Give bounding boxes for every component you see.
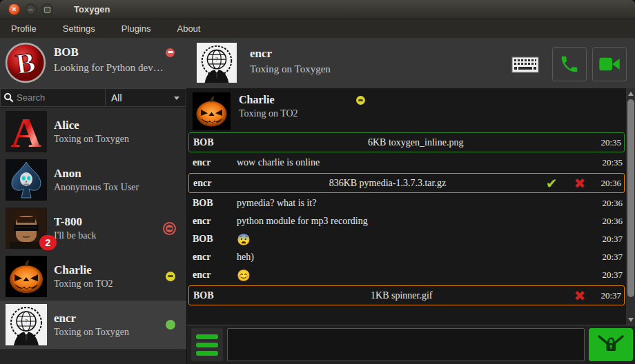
status-busy-icon (166, 225, 173, 232)
banner-avatar (193, 92, 231, 130)
contact-name: Alice (54, 119, 186, 132)
status-away-icon (166, 272, 175, 281)
file-transfer-row[interactable]: BOB6KB toxygen_inline.png20:35 (188, 132, 625, 152)
self-name: BOB (54, 46, 79, 59)
contact-row-encr[interactable]: ?encrToxing on Toxygen (0, 301, 186, 349)
message-row: encrheh)20:37 (187, 248, 626, 266)
message-time: 20:35 (602, 157, 623, 168)
contact-status-message: Toxing on Toxygen (54, 327, 166, 338)
menu-item-about[interactable]: About (168, 21, 208, 37)
peer-profile: encr Toxing on Toxygen (250, 47, 331, 75)
file-name: 6KB toxygen_inline.png (237, 137, 594, 148)
video-camera-icon (598, 54, 621, 74)
message-row: encr😊20:37 (187, 266, 626, 284)
message-row: BOB😨20:37 (187, 230, 626, 248)
window-title: Toxygen (74, 4, 110, 14)
message-text: heh) (237, 252, 595, 263)
menu-item-profile[interactable]: Profile (3, 21, 45, 37)
contact-row-anon[interactable]: AnonAnonymous Tox User (0, 156, 186, 204)
search-icon (3, 92, 14, 103)
menu-bar: ProfileSettingsPluginsAbout (0, 19, 635, 38)
phone-icon (559, 54, 580, 74)
banner-name: Charlie (239, 94, 275, 106)
decline-file-button[interactable]: ✖ (574, 289, 586, 303)
message-text: wow charlie is online (237, 157, 595, 168)
attachments-menu-button[interactable] (191, 328, 223, 361)
message-row: encrpython module for mp3 recording20:36 (187, 212, 626, 230)
chat-panel: Charlie Toxing on TO2 BOB6KB toxygen_inl… (187, 88, 635, 364)
maximize-window-button[interactable]: ▢ (41, 3, 53, 15)
contact-avatar (6, 256, 47, 297)
close-window-button[interactable]: × (8, 3, 20, 15)
accept-file-button[interactable]: ✔ (546, 176, 558, 190)
scroll-up-button[interactable] (626, 89, 635, 98)
peer-name: encr (250, 47, 331, 61)
compose-bar (187, 325, 635, 364)
message-sender: encr (193, 178, 237, 189)
message-time: 20:37 (602, 252, 623, 263)
encrypted-send-icon (596, 334, 625, 356)
contact-filter-dropdown[interactable]: All (106, 88, 186, 107)
message-sender: encr (193, 252, 237, 263)
status-busy-icon (166, 48, 175, 57)
peer-avatar: ? (197, 43, 237, 83)
minimize-window-button[interactable]: – (25, 3, 37, 15)
chat-history: Charlie Toxing on TO2 BOB6KB toxygen_inl… (187, 88, 635, 325)
file-name: 1KB spinner.gif (237, 290, 566, 301)
contact-row-alice[interactable]: AAliceToxing on Toxygen (0, 108, 186, 156)
file-name: 836KB pymedia-1.3.7.3.tar.gz (237, 178, 538, 189)
contact-row-charlie[interactable]: CharlieToxing on TO2 (0, 252, 186, 301)
decline-file-button[interactable]: ✖ (574, 176, 586, 190)
video-call-button[interactable] (592, 47, 627, 81)
typing-notification-button[interactable] (509, 55, 541, 74)
scroll-down-button[interactable] (626, 315, 635, 324)
message-text: 😨 (237, 233, 595, 246)
audio-call-button[interactable] (552, 47, 587, 81)
scrollbar-thumb[interactable] (627, 99, 634, 297)
message-input[interactable] (227, 328, 585, 361)
self-status-message: Looking for Python dev… (54, 62, 175, 74)
menu-item-settings[interactable]: Settings (55, 21, 104, 37)
chat-scrollbar (626, 88, 635, 325)
hamburger-icon (196, 334, 218, 339)
title-bar: × – ▢ Toxygen (0, 0, 635, 19)
message-text: pymedia? what is it? (237, 198, 595, 209)
message-sender: encr (193, 157, 237, 168)
message-time: 20:37 (600, 290, 621, 301)
send-message-button[interactable] (589, 328, 633, 361)
sidebar: All AAliceToxing on ToxygenAnonAnonymous… (0, 88, 186, 364)
menu-item-plugins[interactable]: Plugins (113, 21, 159, 37)
contact-row-t-800[interactable]: 2T-800I'll be back (0, 204, 186, 252)
message-sender: BOB (193, 234, 237, 245)
message-sender: encr (193, 216, 237, 227)
file-transfer-row[interactable]: encr836KB pymedia-1.3.7.3.tar.gz✔✖20:36 (188, 173, 625, 193)
message-time: 20:36 (602, 198, 623, 209)
contact-status-message: I'll be back (54, 230, 166, 241)
contact-status-message: Toxing on Toxygen (54, 134, 186, 145)
search-row: All (0, 88, 186, 107)
contact-list: AAliceToxing on ToxygenAnonAnonymous Tox… (0, 107, 186, 350)
file-transfer-row[interactable]: BOB1KB spinner.gif✖20:37 (188, 285, 625, 305)
contact-avatar (6, 159, 47, 201)
contact-status-message: Toxing on TO2 (54, 279, 166, 290)
message-row: encrwow charlie is online20:35 (187, 154, 626, 172)
contact-avatar: A (6, 111, 47, 152)
unread-count-badge: 2 (39, 235, 57, 250)
contact-name: T-800 (54, 215, 166, 229)
peer-status-message: Toxing on Toxygen (250, 63, 331, 75)
search-box (0, 88, 106, 107)
status-away-icon (356, 96, 365, 105)
message-sender: BOB (193, 198, 237, 209)
triangle-down-icon (628, 318, 634, 322)
keyboard-icon (511, 57, 539, 73)
message-sender: BOB (193, 290, 237, 301)
triangle-up-icon (628, 92, 634, 96)
self-avatar: B (4, 41, 47, 84)
svg-text:A: A (11, 111, 42, 152)
contact-name: Anon (54, 167, 186, 181)
search-input[interactable] (17, 92, 98, 103)
chevron-down-icon (174, 97, 179, 100)
message-list: BOB6KB toxygen_inline.png20:35encrwow ch… (187, 132, 626, 305)
message-text: python module for mp3 recording (237, 216, 595, 227)
contact-status-message: Anonymous Tox User (54, 182, 186, 193)
